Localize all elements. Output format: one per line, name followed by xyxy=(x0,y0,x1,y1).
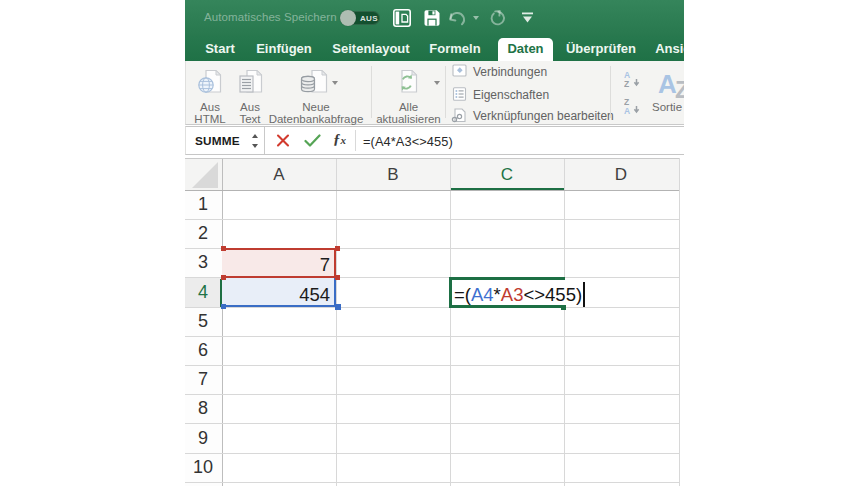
autosave-toggle[interactable]: AUS xyxy=(340,11,380,25)
formula-part: <>455) xyxy=(523,284,582,305)
formula-part: * xyxy=(494,284,501,305)
gridline-horizontal xyxy=(185,453,679,454)
ribbon-label: Verknüpfungen bearbeiten xyxy=(473,109,614,123)
stepper-down-icon xyxy=(252,144,258,148)
gridline-vertical xyxy=(564,158,565,486)
range-handle[interactable] xyxy=(221,246,226,251)
row-header-2[interactable]: 2 xyxy=(185,219,221,248)
ribbon-label: aktualisieren xyxy=(376,113,441,125)
insert-function-icon[interactable]: ƒx xyxy=(333,131,346,148)
range-handle[interactable] xyxy=(335,304,341,310)
gridline-horizontal xyxy=(185,336,679,337)
ribbon-tab-bar: Start Einfügen Seitenlayout Formeln Date… xyxy=(185,36,684,61)
excel-window: Automatisches Speichern AUS xyxy=(185,0,684,486)
screen: Automatisches Speichern AUS xyxy=(0,0,864,486)
text-cursor xyxy=(583,282,585,307)
tab-ansicht[interactable]: Ansicht xyxy=(649,36,684,61)
ribbon-group-separator xyxy=(445,66,446,118)
formula-part: =( xyxy=(454,284,471,305)
redo-icon[interactable] xyxy=(489,10,507,28)
undo-dropdown-caret[interactable] xyxy=(473,16,479,20)
ribbon-button-label: Neue Datenbankabfrage xyxy=(261,101,371,125)
ribbon-label: Alle xyxy=(399,101,418,113)
ribbon-label: Datenbankabfrage xyxy=(269,113,364,125)
ribbon-label: Aus xyxy=(240,101,260,113)
fill-handle[interactable] xyxy=(561,305,566,310)
range-handle[interactable] xyxy=(221,304,226,309)
gridline-horizontal xyxy=(185,365,679,366)
dropdown-caret xyxy=(434,81,440,85)
gridline-vertical xyxy=(679,158,680,486)
header-boundary-line xyxy=(185,190,679,191)
range-handle[interactable] xyxy=(335,275,340,280)
title-bar: Automatisches Speichern AUS xyxy=(185,0,684,36)
column-header-d[interactable]: D xyxy=(564,159,678,190)
row-header-10[interactable]: 10 xyxy=(185,453,221,482)
ribbon-label: Eigenschaften xyxy=(473,88,549,102)
show-ribbon-panel-icon[interactable] xyxy=(393,9,411,27)
name-box-stepper[interactable] xyxy=(250,130,262,152)
gridline-horizontal xyxy=(185,482,679,483)
sort-large-icon: A Z xyxy=(658,69,684,99)
ribbon: Aus HTML Aus Text xyxy=(185,61,684,125)
row-header-8[interactable]: 8 xyxy=(185,394,221,423)
name-box-value: SUMME xyxy=(195,134,240,148)
ribbon-label: Verbindungen xyxy=(473,65,547,79)
row-header-4[interactable]: 4 xyxy=(185,278,221,307)
range-handle[interactable] xyxy=(221,275,226,280)
formula-bar-input[interactable]: =(A4*A3<>455) xyxy=(363,134,453,149)
row-header-9[interactable]: 9 xyxy=(185,424,221,453)
import-html-icon xyxy=(196,67,226,97)
column-header-a[interactable]: A xyxy=(222,159,336,190)
gridline-horizontal xyxy=(185,219,679,220)
new-database-query-icon xyxy=(298,67,330,97)
tab-start[interactable]: Start xyxy=(197,36,243,61)
tab-daten[interactable]: Daten xyxy=(498,38,553,61)
gridline-horizontal xyxy=(185,423,679,424)
column-header-c[interactable]: C xyxy=(450,159,564,190)
cancel-x-icon[interactable] xyxy=(276,134,290,147)
undo-icon[interactable] xyxy=(448,11,470,27)
save-icon[interactable] xyxy=(423,9,441,27)
sort-az-icon: A Z xyxy=(624,70,642,88)
connections-icon xyxy=(452,64,468,78)
tab-formeln[interactable]: Formeln xyxy=(423,36,487,61)
formula-bar-separator xyxy=(355,130,356,151)
ribbon-label: Sortie xyxy=(652,101,684,113)
row-header-5[interactable]: 5 xyxy=(185,307,221,336)
tab-seitenlayout[interactable]: Seitenlayout xyxy=(325,36,417,61)
row-header-3[interactable]: 3 xyxy=(185,248,221,277)
refresh-all-icon xyxy=(394,67,426,97)
row-header-1[interactable]: 1 xyxy=(185,190,221,219)
formula-part-ref-a4: A4 xyxy=(471,284,494,305)
stepper-up-icon xyxy=(252,134,258,138)
import-text-icon xyxy=(236,67,266,97)
autosave-state-label: AUS xyxy=(360,14,378,23)
autosave-toggle-knob xyxy=(340,10,356,26)
select-all-corner[interactable] xyxy=(185,158,222,190)
dropdown-caret xyxy=(332,81,338,85)
gridline-vertical xyxy=(450,158,451,486)
properties-icon xyxy=(452,87,468,101)
column-header-b[interactable]: B xyxy=(336,159,450,190)
tab-ueberpruefen[interactable]: Überprüfen xyxy=(559,36,643,61)
range-handle[interactable] xyxy=(335,246,340,251)
gridline-vertical xyxy=(336,158,337,486)
spreadsheet-grid: A B C D 1 2 3 4 5 6 7 8 9 10 xyxy=(185,158,684,486)
svg-text:Z: Z xyxy=(624,79,629,88)
fx-subscript: x xyxy=(341,134,347,146)
edit-links-icon xyxy=(450,108,469,123)
svg-text:Z: Z xyxy=(675,76,684,99)
confirm-check-icon[interactable] xyxy=(304,134,321,147)
row-header-6[interactable]: 6 xyxy=(185,336,221,365)
autosave-label: Automatisches Speichern xyxy=(204,11,337,23)
ribbon-label: Aus xyxy=(200,101,220,113)
ribbon-label: HTML xyxy=(194,113,225,125)
ribbon-button-label: Alle aktualisieren xyxy=(366,101,451,125)
row-header-7[interactable]: 7 xyxy=(185,365,221,394)
ribbon-group-separator xyxy=(610,66,611,118)
toolbar-overflow-icon[interactable] xyxy=(521,12,534,24)
cell-a4-value[interactable]: 454 xyxy=(222,278,330,312)
tab-einfuegen[interactable]: Einfügen xyxy=(249,36,319,61)
gridline-vertical xyxy=(222,158,223,486)
